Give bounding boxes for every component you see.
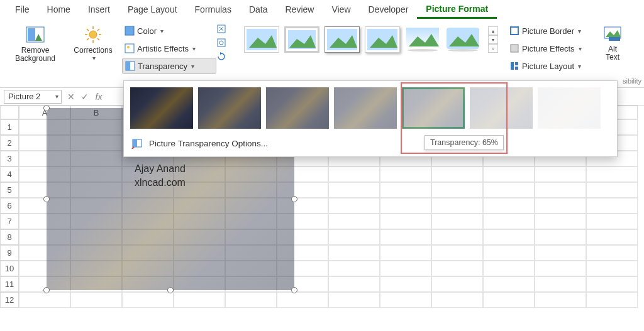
cell[interactable] [586,245,638,261]
cell[interactable] [431,276,483,292]
cell[interactable] [328,261,380,276]
transparency-preset-30[interactable] [266,87,329,129]
row-header[interactable]: 1 [0,119,19,135]
change-picture-icon[interactable] [216,38,226,48]
cell[interactable] [586,166,638,182]
remove-background-button[interactable]: Remove Background [10,23,60,77]
row-header[interactable]: 10 [0,261,19,276]
style-preset-5[interactable] [405,26,440,53]
tab-home[interactable]: Home [38,1,79,18]
select-all-triangle[interactable] [0,106,19,119]
row-header[interactable]: 11 [0,276,19,292]
style-gallery-more[interactable]: ▿ [488,44,498,53]
resize-handle-r[interactable] [291,196,297,202]
cell[interactable] [328,245,380,261]
transparency-button[interactable]: Transparency ▾ [122,58,216,74]
alt-text-button[interactable]: Alt Text [595,23,630,77]
style-preset-1[interactable] [244,26,279,53]
cell[interactable] [535,292,586,308]
style-preset-2[interactable] [284,26,319,53]
cell[interactable] [225,292,277,308]
cell[interactable] [431,292,483,308]
row-header[interactable]: 3 [0,151,19,166]
resize-handle-bl[interactable] [43,287,50,293]
formula-accept-icon[interactable]: ✓ [79,92,91,102]
cell[interactable] [431,198,483,214]
resize-handle-br[interactable] [291,287,297,293]
name-box[interactable]: Picture 2 ▾ [4,90,62,104]
tab-review[interactable]: Review [277,1,323,18]
cell[interactable] [535,166,586,182]
transparency-preset-15[interactable] [198,87,261,129]
cell[interactable] [586,261,638,276]
cell[interactable] [483,245,535,261]
cell[interactable] [122,292,174,308]
cell[interactable] [328,166,380,182]
cell[interactable] [586,214,638,229]
cell[interactable] [19,292,70,308]
style-preset-3[interactable] [325,26,360,53]
cell[interactable] [277,292,328,308]
cell[interactable] [483,276,535,292]
picture-effects-button[interactable]: Picture Effects ▾ [507,40,591,57]
style-preset-6[interactable] [445,26,480,53]
cell[interactable] [431,229,483,245]
row-header[interactable]: 2 [0,135,19,151]
cell[interactable] [380,229,431,245]
cell[interactable] [328,292,380,308]
cell[interactable] [431,182,483,198]
transparency-preset-0[interactable] [130,87,193,129]
cell[interactable] [431,166,483,182]
cell[interactable] [586,229,638,245]
tab-file[interactable]: File [6,1,38,18]
cell[interactable] [70,292,122,308]
cell[interactable] [483,292,535,308]
transparency-preset-95[interactable] [538,87,601,129]
cell[interactable] [586,292,638,308]
cell[interactable] [535,182,586,198]
cell[interactable] [380,214,431,229]
cell[interactable] [380,245,431,261]
cell[interactable] [483,166,535,182]
formula-cancel-icon[interactable]: ✕ [65,92,77,102]
tab-view[interactable]: View [323,1,359,18]
tab-formulas[interactable]: Formulas [186,1,240,18]
cell[interactable] [483,229,535,245]
row-header[interactable]: 7 [0,214,19,229]
color-button[interactable]: Color ▾ [122,23,216,39]
row-header[interactable]: 9 [0,245,19,261]
transparency-preset-50[interactable] [334,87,397,129]
row-header[interactable]: 5 [0,182,19,198]
cell[interactable] [431,245,483,261]
transparency-preset-65[interactable] [402,87,465,129]
cell[interactable] [483,261,535,276]
cell[interactable] [535,198,586,214]
picture-border-button[interactable]: Picture Border ▾ [507,23,591,39]
row-header[interactable]: 12 [0,292,19,308]
tab-data[interactable]: Data [240,1,277,18]
artistic-effects-button[interactable]: Artistic Effects ▾ [122,40,216,57]
cell[interactable] [535,229,586,245]
row-header[interactable]: 8 [0,229,19,245]
cell[interactable] [586,198,638,214]
cell[interactable] [483,198,535,214]
compress-pictures-icon[interactable] [216,24,226,34]
tab-page-layout[interactable]: Page Layout [119,1,186,18]
cell[interactable] [380,292,431,308]
cell[interactable] [535,261,586,276]
cell[interactable] [380,276,431,292]
cell[interactable] [380,182,431,198]
style-preset-4[interactable] [365,26,400,53]
row-header[interactable]: 4 [0,166,19,182]
tab-insert[interactable]: Insert [79,1,119,18]
cell[interactable] [380,166,431,182]
cell[interactable] [586,182,638,198]
cell[interactable] [535,245,586,261]
resize-handle-l[interactable] [43,196,50,202]
picture-layout-button[interactable]: Picture Layout ▾ [507,58,591,74]
cell[interactable] [174,292,225,308]
tab-developer[interactable]: Developer [360,1,418,18]
cell[interactable] [535,214,586,229]
picture-transparency-options[interactable]: Picture Transparency Options... [129,131,612,150]
transparency-preset-80[interactable] [470,87,533,129]
